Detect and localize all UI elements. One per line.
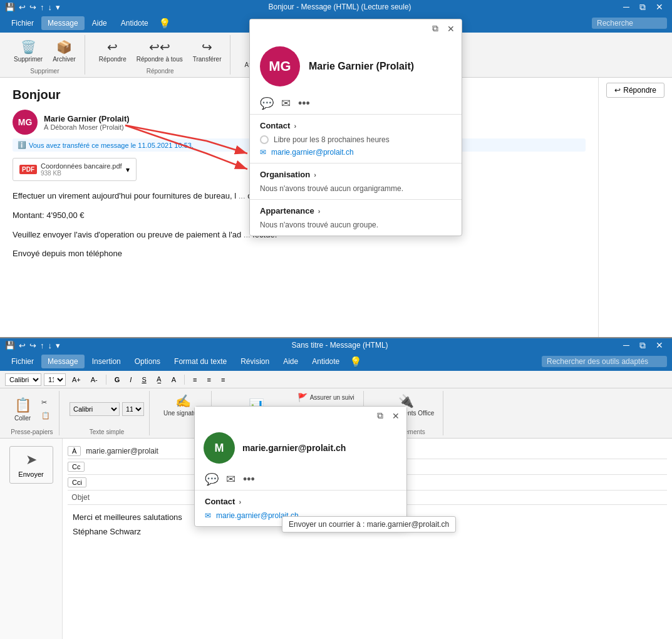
size-select[interactable]: 11 bbox=[122, 402, 144, 416]
appartenance-section-header[interactable]: Appartenance › bbox=[260, 206, 452, 216]
more-icon[interactable]: ▾ bbox=[56, 3, 60, 12]
align-left-button[interactable]: ≡ bbox=[189, 375, 200, 385]
popup-chat-button[interactable]: 💬 bbox=[260, 96, 274, 110]
ribbon-group-clipboard: 📋 Coller ✂ 📋 Presse-papiers bbox=[5, 391, 59, 435]
highlight-button[interactable]: A̲ bbox=[153, 374, 165, 385]
bottom-email-icon: ✉ bbox=[205, 511, 211, 520]
bottom-menu-revision[interactable]: Révision bbox=[234, 355, 276, 368]
bottom-menu-insertion[interactable]: Insertion bbox=[86, 355, 127, 368]
popup-avatar: MG bbox=[260, 46, 300, 86]
bold-button[interactable]: G bbox=[111, 375, 124, 385]
redo-icon[interactable]: ↪ bbox=[29, 3, 36, 12]
popup-org-section: Organisation › Nous n'avons trouvé aucun… bbox=[250, 164, 462, 199]
copier-button[interactable]: 📋 bbox=[38, 410, 54, 421]
bottom-more-icon[interactable]: ▾ bbox=[56, 341, 60, 350]
bottom-undo-icon[interactable]: ↩ bbox=[19, 341, 26, 350]
bottom-popup-titlebar: ⧉ ✕ bbox=[195, 407, 406, 425]
repondre-tous-button[interactable]: ↩↩ Répondre à tous bbox=[133, 37, 187, 65]
forward-icon: ↪ bbox=[202, 39, 212, 55]
popup-email-link[interactable]: marie.garnier@prolait.ch bbox=[271, 148, 354, 157]
bottom-close-button[interactable]: ✕ bbox=[652, 340, 667, 351]
menu-aide[interactable]: Aide bbox=[86, 16, 113, 30]
menu-message[interactable]: Message bbox=[41, 16, 85, 30]
font-grow-button[interactable]: A+ bbox=[68, 375, 85, 385]
popup-restore-button[interactable]: ⧉ bbox=[429, 22, 442, 35]
reply-button[interactable]: ↩ Répondre bbox=[606, 83, 664, 98]
search-input[interactable] bbox=[592, 18, 667, 29]
reply-panel: ↩ Répondre bbox=[598, 78, 672, 337]
popup-more-button[interactable]: ••• bbox=[298, 96, 310, 110]
down-icon[interactable]: ↓ bbox=[48, 3, 53, 12]
pdf-icon: PDF bbox=[19, 165, 37, 174]
align-right-button[interactable]: ≡ bbox=[217, 375, 229, 385]
popup-actions: 💬 ✉ ••• bbox=[250, 93, 462, 114]
font-family-select[interactable]: Calibri bbox=[5, 373, 41, 386]
underline-button[interactable]: S bbox=[138, 375, 150, 385]
bottom-popup-restore-button[interactable]: ⧉ bbox=[374, 409, 386, 422]
cci-button[interactable]: Cci bbox=[68, 477, 86, 487]
bottom-redo-icon[interactable]: ↪ bbox=[29, 341, 36, 350]
up-icon[interactable]: ↑ bbox=[40, 3, 44, 12]
repondre-button[interactable]: ↩ Répondre bbox=[95, 37, 130, 65]
bottom-restore-button[interactable]: ⧉ bbox=[636, 340, 649, 351]
italic-button[interactable]: I bbox=[126, 375, 135, 385]
popup-email-button[interactable]: ✉ bbox=[281, 96, 291, 110]
bottom-menu-options[interactable]: Options bbox=[128, 355, 167, 368]
bottom-menu-format[interactable]: Format du texte bbox=[168, 355, 233, 368]
bottom-search-input[interactable] bbox=[542, 356, 667, 367]
undo-icon[interactable]: ↩ bbox=[19, 3, 26, 12]
font-select[interactable]: Calibri bbox=[70, 402, 120, 416]
contact-section-header[interactable]: Contact › bbox=[260, 121, 452, 130]
transferer-button[interactable]: ↪ Transférer bbox=[189, 37, 225, 65]
objet-label: Objet bbox=[68, 493, 90, 502]
menu-fichier[interactable]: Fichier bbox=[5, 16, 40, 30]
minimize-button[interactable]: ─ bbox=[619, 2, 633, 13]
to-button[interactable]: À bbox=[68, 446, 81, 456]
popup-close-button[interactable]: ✕ bbox=[444, 23, 458, 35]
attachment-dropdown-icon[interactable]: ▾ bbox=[126, 165, 130, 174]
font-size-select[interactable]: 11 bbox=[44, 373, 66, 386]
fmt-divider-1 bbox=[106, 375, 106, 385]
bottom-up-icon[interactable]: ↑ bbox=[40, 341, 44, 350]
bottom-popup-actions: 💬 ✉ ••• bbox=[195, 469, 406, 490]
org-section-header[interactable]: Organisation › bbox=[260, 170, 452, 179]
font-color-button[interactable]: A bbox=[168, 375, 180, 385]
cc-button[interactable]: Cc bbox=[68, 462, 85, 472]
bottom-save-icon[interactable]: 💾 bbox=[5, 341, 15, 350]
bottom-contact-header[interactable]: Contact › bbox=[205, 497, 396, 506]
sender-info: Marie Garnier (Prolait) À Déborah Moser … bbox=[44, 114, 130, 131]
org-text: Nous n'avons trouvé aucun organigramme. bbox=[260, 184, 452, 193]
bottom-menu-fichier[interactable]: Fichier bbox=[5, 355, 40, 368]
assurer-suivi-button[interactable]: 🚩 Assurer un suivi bbox=[294, 392, 358, 403]
couper-button[interactable]: ✂ bbox=[38, 397, 54, 408]
menu-antidote[interactable]: Antidote bbox=[115, 16, 155, 30]
align-center-button[interactable]: ≡ bbox=[204, 375, 215, 385]
bottom-minimize-button[interactable]: ─ bbox=[619, 340, 633, 351]
cut-icon: ✂ bbox=[41, 398, 47, 407]
bottom-popup-more-button[interactable]: ••• bbox=[243, 472, 255, 486]
bottom-down-icon[interactable]: ↓ bbox=[48, 341, 53, 350]
save-icon[interactable]: 💾 bbox=[5, 3, 15, 12]
bottom-popup-email-action-button[interactable]: ✉ bbox=[226, 472, 235, 486]
repondre-group-label: Répondre bbox=[147, 66, 174, 75]
org-chevron-icon: › bbox=[314, 171, 316, 179]
archiver-button[interactable]: 📦 Archiver bbox=[49, 37, 80, 65]
bottom-popup-close-button[interactable]: ✕ bbox=[389, 410, 403, 422]
close-button[interactable]: ✕ bbox=[652, 2, 667, 13]
coller-button[interactable]: 📋 Coller bbox=[10, 395, 35, 424]
body-paragraph-4: Envoyé depuis mon téléphone bbox=[13, 247, 586, 261]
bottom-menu-aide[interactable]: Aide bbox=[277, 355, 304, 368]
bottom-menu-antidote[interactable]: Antidote bbox=[306, 355, 346, 368]
signature-icon: ✍ bbox=[175, 393, 191, 408]
send-button[interactable]: ➤ Envoyer bbox=[9, 446, 53, 484]
restore-button[interactable]: ⧉ bbox=[636, 2, 649, 13]
sender-name[interactable]: Marie Garnier (Prolait) bbox=[44, 114, 130, 123]
font-shrink-button[interactable]: A- bbox=[87, 375, 101, 385]
reply-arrow-icon: ↩ bbox=[614, 86, 621, 95]
attachment-item[interactable]: PDF Coordonnées bancaire.pdf 938 KB ▾ bbox=[13, 158, 137, 181]
supprimer-button[interactable]: 🗑️ Supprimer bbox=[10, 37, 46, 65]
popup-appartenance-section: Appartenance › Nous n'avons trouvé aucun… bbox=[250, 200, 462, 236]
bottom-menu-message[interactable]: Message bbox=[41, 355, 85, 368]
texte-simple-label: Texte simple bbox=[90, 427, 125, 435]
bottom-popup-chat-button[interactable]: 💬 bbox=[205, 472, 219, 486]
